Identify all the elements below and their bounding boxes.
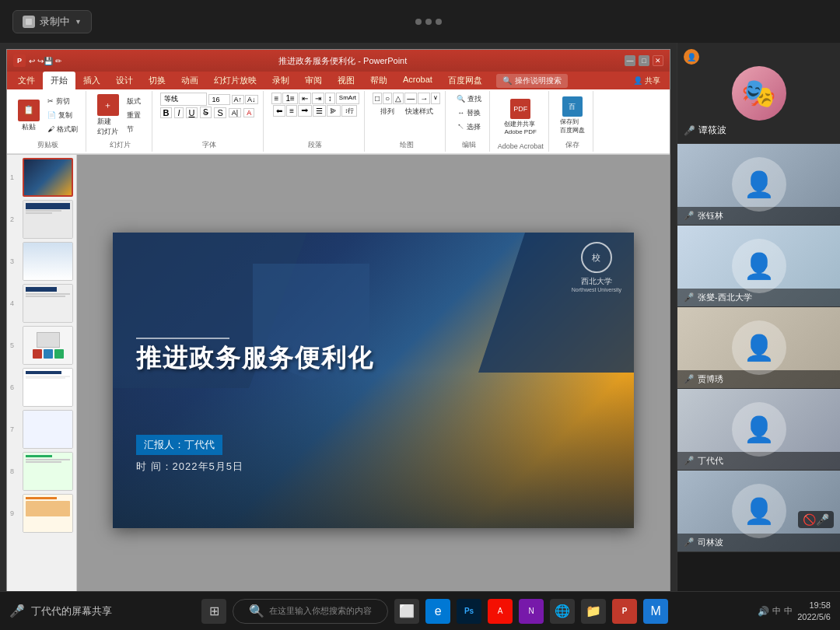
justify-button[interactable]: ☰ bbox=[313, 105, 326, 117]
ppt-title: 推进政务服务便利化 - PowerPoint bbox=[61, 55, 625, 67]
taskbar-search-icon: 🔍 bbox=[249, 604, 264, 618]
replace-button[interactable]: ↔ 替换 bbox=[454, 107, 484, 120]
ribbon-tab-animations[interactable]: 动画 bbox=[173, 72, 206, 89]
fontcolor-button[interactable]: A bbox=[243, 108, 254, 117]
app-icon-6[interactable]: 📁 bbox=[581, 599, 606, 624]
arrange-button[interactable]: 排列 bbox=[377, 105, 401, 118]
ppt-area: P ↩ ↪💾 ✏ 推进政务服务便利化 - PowerPoint — □ ✕ 文件… bbox=[0, 43, 677, 630]
layout-button[interactable]: 版式 bbox=[124, 95, 147, 108]
font-increase-button[interactable]: A↑ bbox=[232, 95, 245, 104]
minimize-button[interactable]: — bbox=[625, 55, 635, 66]
shadow-button[interactable]: S bbox=[214, 107, 226, 118]
ribbon-tab-slideshow[interactable]: 幻灯片放映 bbox=[206, 72, 264, 89]
oval-shape[interactable]: ○ bbox=[383, 93, 392, 104]
line-shape[interactable]: — bbox=[404, 93, 417, 104]
bold-button[interactable]: B bbox=[160, 107, 173, 118]
text-direction-button[interactable]: ↕ bbox=[325, 93, 335, 104]
rectangle-shape[interactable]: □ bbox=[373, 93, 382, 104]
ribbon-tab-home[interactable]: 开始 bbox=[43, 72, 75, 89]
slide-thumb-9[interactable] bbox=[23, 494, 73, 533]
clock[interactable]: 19:58 2022/5/6 bbox=[797, 600, 831, 622]
record-dropdown-icon[interactable]: ▼ bbox=[75, 18, 82, 26]
decrease-indent-button[interactable]: ⇤ bbox=[299, 93, 311, 104]
align-center-button[interactable]: ≡ bbox=[286, 105, 297, 117]
create-pdf-button[interactable]: PDF 创建并共享Adobe PDF bbox=[501, 97, 539, 137]
linespacing-button[interactable]: ↕行 bbox=[341, 105, 357, 117]
edge-browser-icon[interactable]: e bbox=[425, 599, 450, 624]
font-size-input[interactable]: 16 bbox=[208, 94, 230, 105]
slide-ops: 版式 重置 节 bbox=[124, 95, 147, 136]
increase-indent-button[interactable]: ⇥ bbox=[312, 93, 324, 104]
powerpoint-taskbar-icon[interactable]: P bbox=[612, 599, 637, 624]
italic-button[interactable]: I bbox=[174, 107, 183, 118]
acrobat-taskbar-icon[interactable]: A bbox=[488, 599, 513, 624]
slide-thumb-4[interactable] bbox=[23, 284, 73, 323]
top-dots bbox=[415, 19, 442, 25]
underline-button[interactable]: U bbox=[186, 107, 198, 118]
more-shapes-button[interactable]: ∨ bbox=[431, 93, 440, 104]
slide-thumb-6[interactable] bbox=[23, 368, 73, 407]
main-slide-view[interactable]: 校 西北大学 Northwest University 推进政务服务便利化 汇报… bbox=[77, 155, 670, 606]
bullet-row: ≡ 1≡ ⇤ ⇥ ↕ SmArt bbox=[271, 93, 359, 104]
ribbon-tab-design[interactable]: 设计 bbox=[108, 72, 141, 89]
numbered-list-button[interactable]: 1≡ bbox=[282, 93, 297, 104]
cut-button[interactable]: ✂ 剪切 bbox=[44, 95, 81, 108]
share-area: 👤 共享 bbox=[627, 72, 667, 89]
slide-thumb-5[interactable] bbox=[23, 326, 73, 365]
reset-button[interactable]: 重置 bbox=[124, 109, 147, 122]
slide-thumb-2[interactable] bbox=[23, 200, 73, 239]
slide-thumb-7[interactable] bbox=[23, 410, 73, 449]
baidu-save-icon: 百 bbox=[562, 96, 583, 117]
arrow-shape[interactable]: → bbox=[418, 93, 430, 104]
record-button[interactable]: 录制中 ▼ bbox=[12, 10, 92, 33]
bullet-list-button[interactable]: ≡ bbox=[271, 93, 282, 104]
slide-thumb-8[interactable] bbox=[23, 452, 73, 491]
slide-9-container: 9 bbox=[23, 494, 73, 533]
ribbon-tab-baidu[interactable]: 百度网盘 bbox=[440, 72, 490, 89]
ribbon-tab-review[interactable]: 审阅 bbox=[297, 72, 330, 89]
slide-thumb-3[interactable] bbox=[23, 242, 73, 281]
font-family-input[interactable]: 等线 bbox=[160, 93, 207, 106]
find-button[interactable]: 🔍 查找 bbox=[453, 93, 485, 106]
search-taskbar-area[interactable]: 🔍 在这里输入你想搜索的内容 bbox=[233, 599, 388, 624]
section-button[interactable]: 节 bbox=[124, 123, 147, 136]
charspacing-button[interactable]: A| bbox=[229, 108, 241, 117]
copy-button[interactable]: 📄 复制 bbox=[44, 109, 81, 122]
select-button[interactable]: ↖ 选择 bbox=[454, 121, 484, 134]
font-decrease-button[interactable]: A↓ bbox=[245, 95, 258, 104]
start-button[interactable]: ⊞ bbox=[201, 599, 226, 624]
paste-button[interactable]: 📋 粘贴 bbox=[15, 98, 43, 134]
tray-icons: 🔊 中 中 bbox=[758, 605, 793, 617]
maximize-button[interactable]: □ bbox=[639, 55, 649, 66]
photoshop-icon[interactable]: Ps bbox=[457, 599, 481, 624]
align-left-button[interactable]: ⬅ bbox=[273, 105, 285, 117]
avatar-emoji: 🎭 bbox=[741, 77, 776, 110]
ribbon-tab-record[interactable]: 录制 bbox=[264, 72, 297, 89]
app-icon-5[interactable]: 🌐 bbox=[550, 599, 575, 624]
format-painter-button[interactable]: 🖌 格式刷 bbox=[44, 123, 81, 136]
ribbon-tab-view[interactable]: 视图 bbox=[330, 72, 362, 89]
editing-label: 编辑 bbox=[462, 140, 476, 150]
ribbon-tab-file[interactable]: 文件 bbox=[10, 72, 43, 89]
main-layout: P ↩ ↪💾 ✏ 推进政务服务便利化 - PowerPoint — □ ✕ 文件… bbox=[0, 43, 840, 630]
ribbon-search[interactable]: 🔍 操作说明搜索 bbox=[496, 74, 568, 88]
align-right-button[interactable]: ⮕ bbox=[298, 105, 312, 117]
close-button[interactable]: ✕ bbox=[653, 55, 663, 66]
slide-thumb-1[interactable] bbox=[23, 158, 73, 197]
ribbon-tab-transitions[interactable]: 切换 bbox=[141, 72, 173, 89]
taskbar-search-placeholder[interactable]: 在这里输入你想搜索的内容 bbox=[269, 605, 372, 617]
slide-sub-info: 汇报人：丁代代 时 间：2022年5月5日 bbox=[136, 435, 243, 474]
ribbon-tab-acrobat[interactable]: Acrobat bbox=[395, 72, 440, 89]
app-icon-8[interactable]: M bbox=[643, 599, 668, 624]
onenote-icon[interactable]: N bbox=[519, 599, 544, 624]
quick-styles-button[interactable]: 快速样式 bbox=[402, 105, 436, 118]
ribbon-tab-help[interactable]: 帮助 bbox=[362, 72, 395, 89]
convert-smartart-button[interactable]: SmArt bbox=[336, 93, 359, 104]
strikethrough-button[interactable]: S̶ bbox=[200, 107, 212, 118]
new-slide-button[interactable]: ＋ 新建幻灯片 bbox=[94, 93, 122, 138]
task-view-button[interactable]: ⬜ bbox=[394, 599, 419, 624]
columns-button[interactable]: ⫸ bbox=[327, 105, 341, 117]
ribbon-tab-insert[interactable]: 插入 bbox=[75, 72, 108, 89]
triangle-shape[interactable]: △ bbox=[393, 93, 404, 104]
save-baidu-button[interactable]: 百 保存到百度网盘 bbox=[557, 95, 588, 136]
